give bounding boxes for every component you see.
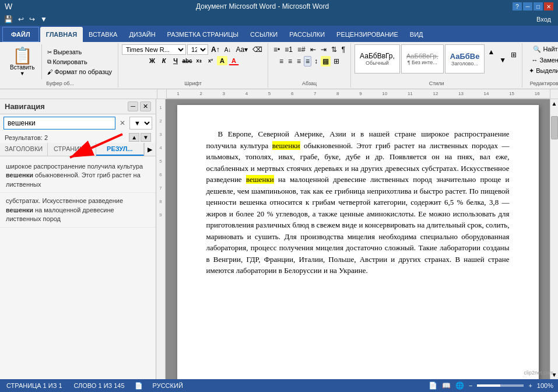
justify-button[interactable]: ≡ [304, 56, 311, 66]
nav-next-result-button[interactable]: ▼ [141, 133, 151, 142]
nav-prev-result-button[interactable]: ▲ [129, 133, 139, 142]
font-label: Шрифт [184, 80, 202, 86]
zoom-fill [477, 384, 500, 387]
tab-insert[interactable]: ВСТАВКА [83, 27, 123, 42]
increase-indent-button[interactable]: ⇥ [319, 44, 328, 55]
highlight-veshenki-1: вешенки [272, 141, 300, 150]
nav-pin-button[interactable]: ─ [128, 102, 138, 111]
tab-home[interactable]: ГЛАВНАЯ [40, 27, 83, 42]
language-info[interactable]: РУССКИЙ [151, 382, 185, 390]
nav-tab-pages[interactable]: СТРАНИЦЫ [48, 143, 96, 156]
bullets-button[interactable]: ≡• [272, 44, 282, 55]
styles-scroll-down[interactable]: ▼ [497, 55, 508, 65]
underline-button[interactable]: Ч [170, 56, 181, 65]
zoom-in-button[interactable]: + [528, 382, 532, 389]
zoom-out-button[interactable]: − [469, 382, 472, 389]
strikethrough-button[interactable]: abc [182, 56, 192, 65]
scroll-up-button[interactable]: ▲ [550, 99, 558, 108]
find-button[interactable]: 🔍 Найти ▾ [530, 44, 558, 54]
multilevel-list-button[interactable]: ≡# [296, 44, 307, 55]
word-count[interactable]: СЛОВО 1 ИЗ 145 [72, 382, 127, 390]
tab-view[interactable]: ВИД [404, 27, 429, 42]
grow-font-button[interactable]: A↑ [209, 44, 222, 55]
italic-button[interactable]: К [159, 56, 169, 65]
page-info[interactable]: СТРАНИЦА 1 ИЗ 1 [5, 382, 64, 390]
replace-icon: ↔ [531, 57, 538, 64]
styles-more-button[interactable]: ⊞ [509, 50, 518, 60]
shrink-font-button[interactable]: A↓ [223, 46, 233, 54]
ribbon-tabs-bar: ФАЙЛ ГЛАВНАЯ ВСТАВКА ДИЗАЙН РАЗМЕТКА СТР… [0, 26, 558, 42]
change-case-button[interactable]: Aa▾ [234, 44, 250, 55]
redo-qat-button[interactable]: ↪ [27, 15, 37, 24]
nav-search-options-dropdown[interactable]: ▼ [129, 117, 152, 130]
borders-button[interactable]: ⊞ [332, 56, 341, 66]
bold-button[interactable]: Ж [147, 56, 157, 65]
tab-mailings[interactable]: РАССЫЛКИ [283, 27, 331, 42]
nav-result-item-1[interactable]: широкое распространение получила культур… [0, 159, 156, 193]
tab-references[interactable]: ССЫЛКИ [244, 27, 283, 42]
customize-qat-button[interactable]: ▼ [38, 15, 49, 24]
undo-qat-button[interactable]: ↩ [16, 15, 26, 24]
style-nospace-preview: АаБбВвГр, [406, 52, 438, 60]
shading-button[interactable]: ▩ [321, 56, 331, 66]
align-center-button[interactable]: ≡ [286, 56, 294, 66]
document-area[interactable]: В Европе, Северной Америке, Азии и в наш… [166, 99, 550, 379]
align-right-button[interactable]: ≡ [295, 56, 303, 66]
editing-label: Редактирование [530, 80, 558, 86]
nav-search-input[interactable] [3, 117, 115, 130]
align-left-button[interactable]: ≡ [278, 56, 285, 66]
tab-file[interactable]: ФАЙЛ [2, 27, 39, 42]
font-size-select[interactable]: 12 [187, 44, 208, 55]
nav-close-button[interactable]: ✕ [140, 102, 151, 111]
para-btn-row1: ≡• ≡1 ≡# ⇤ ⇥ ⇅ ¶ [272, 44, 347, 55]
nav-tab-more-button[interactable]: ▶ [144, 143, 156, 156]
subscript-button[interactable]: x₂ [194, 56, 204, 65]
view-print-button[interactable]: 📄 [429, 382, 437, 390]
tab-layout[interactable]: РАЗМЕТКА СТРАНИЦЫ [162, 27, 244, 42]
nav-search-clear-button[interactable]: ✕ [118, 118, 127, 128]
view-read-button[interactable]: 📖 [442, 382, 451, 390]
font-color-button[interactable]: А [229, 56, 239, 65]
nav-tab-headings[interactable]: ЗАГОЛОВКИ [0, 143, 48, 156]
status-bar: СТРАНИЦА 1 ИЗ 1 СЛОВО 1 ИЗ 145 📄 РУССКИЙ… [0, 379, 558, 392]
minimize-button[interactable]: ─ [523, 2, 532, 10]
clear-format-button[interactable]: ⌫ [251, 44, 264, 55]
nav-result-item-2[interactable]: субстратах. Искусственное разведение веш… [0, 193, 156, 228]
save-qat-button[interactable]: 💾 [2, 15, 15, 24]
paste-dropdown-arrow[interactable]: ▼ [20, 71, 25, 76]
tab-design[interactable]: ДИЗАЙН [123, 27, 161, 42]
text-highlight-button[interactable]: А [217, 56, 227, 65]
numbering-button[interactable]: ≡1 [283, 44, 294, 55]
copy-button[interactable]: ⧉ Копировать [45, 57, 114, 66]
close-button[interactable]: ✕ [544, 2, 553, 10]
superscript-button[interactable]: x² [205, 56, 216, 65]
paste-icon: 📋 [12, 48, 33, 64]
show-marks-button[interactable]: ¶ [340, 44, 347, 55]
help-button[interactable]: ? [513, 2, 522, 10]
replace-button[interactable]: ↔ Заменить [528, 55, 558, 65]
cut-button[interactable]: ✂ Вырезать [45, 47, 114, 57]
tab-review[interactable]: РЕЦЕНЗИРОВАНИЕ [331, 27, 404, 42]
line-spacing-button[interactable]: ↕ [313, 56, 320, 66]
zoom-percentage[interactable]: 100% [537, 382, 553, 389]
paragraph-group: ≡• ≡1 ≡# ⇤ ⇥ ⇅ ¶ ≡ ≡ ≡ ≡ ↕ ▩ ⊞ Абзац [268, 43, 351, 88]
format-painter-button[interactable]: 🖌 Формат по образцу [45, 67, 114, 76]
select-button[interactable]: ✦ Выделить ▾ [526, 66, 558, 76]
login-label[interactable]: Вход [536, 16, 556, 23]
scrollbar-thumb[interactable] [551, 116, 558, 139]
view-web-button[interactable]: 🌐 [455, 382, 464, 390]
document-page[interactable]: В Европе, Северной Америке, Азии и в наш… [177, 105, 539, 379]
styles-scroll-up[interactable]: ▲ [486, 47, 496, 57]
style-nospace[interactable]: АаБбВвГр, ¶ Без инте... [401, 44, 444, 74]
restore-button[interactable]: □ [534, 2, 543, 10]
nav-tab-results[interactable]: РЕЗУЛ... [96, 143, 144, 156]
vertical-scrollbar[interactable]: ▲ ▼ [550, 99, 558, 379]
decrease-indent-button[interactable]: ⇤ [308, 44, 318, 55]
select-icon: ✦ [529, 67, 534, 75]
paste-button[interactable]: 📋 Вставить ▼ [6, 45, 38, 79]
zoom-slider[interactable] [477, 384, 524, 387]
style-normal[interactable]: АаБбВвГр, Обычный [355, 44, 400, 74]
font-name-select[interactable]: Times New R... [122, 44, 186, 55]
style-heading[interactable]: АаБбВе Заголово... [445, 44, 485, 74]
sort-button[interactable]: ⇅ [329, 44, 339, 55]
